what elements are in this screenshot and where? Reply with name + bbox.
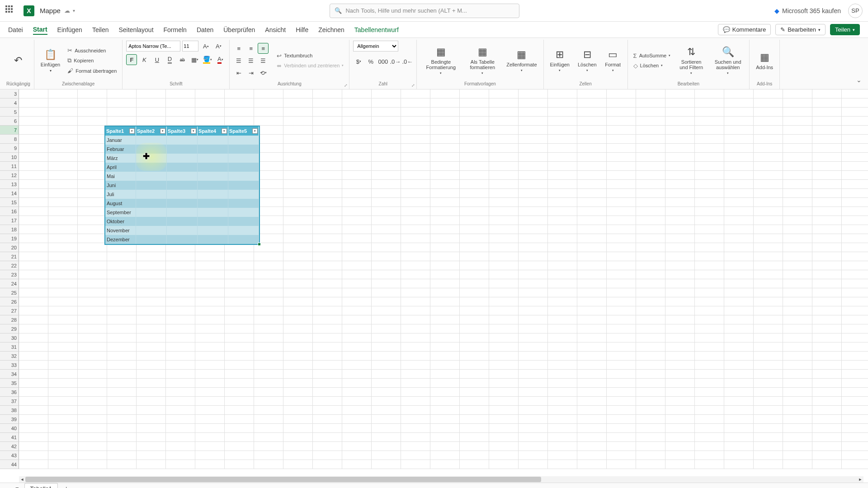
cell[interactable] [372,442,401,451]
cell[interactable] [665,442,695,451]
cell[interactable] [78,333,107,343]
cell[interactable] [607,370,636,379]
cell[interactable] [665,306,695,315]
cell[interactable] [724,216,754,225]
cell[interactable] [78,243,107,252]
conditional-formatting-button[interactable]: ▦Bedingte Formatierung▾ [420,44,461,77]
cell[interactable] [489,108,519,117]
cell[interactable] [78,99,107,108]
cell[interactable] [548,451,577,460]
cell[interactable] [812,243,842,252]
cell[interactable] [107,433,137,442]
cell[interactable] [48,171,78,180]
cell[interactable] [665,171,695,180]
filter-dropdown-icon[interactable]: ▾ [129,128,135,134]
data-table[interactable]: Spalte1▾Spalte2▾Spalte3▾Spalte4▾Spalte5▾… [104,126,260,245]
cell[interactable] [430,306,460,315]
cell[interactable] [695,424,724,433]
cell[interactable] [636,424,665,433]
cell[interactable] [254,108,283,117]
cell[interactable] [665,198,695,207]
cell[interactable] [489,234,519,243]
cell[interactable] [724,108,754,117]
cell[interactable] [783,415,812,424]
cell[interactable] [372,216,401,225]
row-header[interactable]: 22 [0,261,19,270]
cell[interactable] [695,252,724,261]
row-header[interactable]: 34 [0,370,19,379]
cell[interactable] [636,279,665,288]
tab-seitenlayout[interactable]: Seitenlayout [118,25,153,34]
cell[interactable] [665,270,695,279]
row-header[interactable]: 42 [0,442,19,451]
cell[interactable] [519,207,548,216]
table-cell[interactable]: November [105,226,136,235]
cell[interactable] [812,171,842,180]
row-header[interactable]: 5 [0,108,19,117]
cell[interactable] [107,388,137,397]
cell[interactable] [636,216,665,225]
cell[interactable] [783,297,812,306]
tab-teilen[interactable]: Teilen [92,25,109,34]
table-cell[interactable] [136,190,167,199]
cell[interactable] [607,279,636,288]
cell[interactable] [783,207,812,216]
cell[interactable] [695,270,724,279]
cell[interactable] [724,406,754,415]
cell[interactable] [313,126,342,135]
cell[interactable] [812,333,842,343]
cell[interactable] [842,288,868,297]
cell[interactable] [313,397,342,406]
row-header[interactable]: 25 [0,288,19,297]
cell[interactable] [519,243,548,252]
cell[interactable] [195,370,225,379]
cell[interactable] [724,433,754,442]
cell[interactable] [607,89,636,99]
row-header[interactable]: 21 [0,252,19,261]
cell[interactable] [254,288,283,297]
cell[interactable] [283,171,313,180]
cell[interactable] [724,324,754,333]
merge-center-button[interactable]: ⬌Verbinden und zentrieren▾ [275,61,345,70]
format-as-table-button[interactable]: ▦Als Tabelle formatieren▾ [464,44,501,77]
cell[interactable] [372,207,401,216]
sort-filter-button[interactable]: ⇅Sortieren und Filtern▾ [675,44,708,77]
scroll-right-button[interactable]: ► [857,476,863,483]
cell[interactable] [783,306,812,315]
cell[interactable] [665,361,695,370]
cell[interactable] [313,424,342,433]
cell[interactable] [19,324,48,333]
cell[interactable] [842,361,868,370]
cell[interactable] [519,442,548,451]
cell[interactable] [636,252,665,261]
percent-button[interactable]: % [365,56,376,67]
cell[interactable] [783,288,812,297]
cell[interactable] [401,352,430,361]
cell[interactable] [724,379,754,388]
align-right-button[interactable]: ☰ [258,55,269,66]
cell[interactable] [342,108,372,117]
cell[interactable] [48,89,78,99]
cell[interactable] [607,243,636,252]
cell[interactable] [166,370,195,379]
cell[interactable] [460,89,489,99]
cell[interactable] [783,243,812,252]
cell[interactable] [19,433,48,442]
cell[interactable] [372,433,401,442]
cell[interactable] [283,397,313,406]
cell[interactable] [783,225,812,234]
cell[interactable] [460,297,489,306]
cell[interactable] [460,198,489,207]
cell[interactable] [783,424,812,433]
cell[interactable] [577,406,607,415]
tab-daten[interactable]: Daten [197,25,213,34]
cell[interactable] [636,352,665,361]
cell[interactable] [254,379,283,388]
cell[interactable] [372,315,401,324]
row-header[interactable]: 8 [0,135,19,144]
sheet-nav-prev[interactable]: ‹ [3,486,5,488]
cell[interactable] [430,424,460,433]
cell[interactable] [607,306,636,315]
cell[interactable] [342,261,372,270]
row-header[interactable]: 29 [0,324,19,333]
